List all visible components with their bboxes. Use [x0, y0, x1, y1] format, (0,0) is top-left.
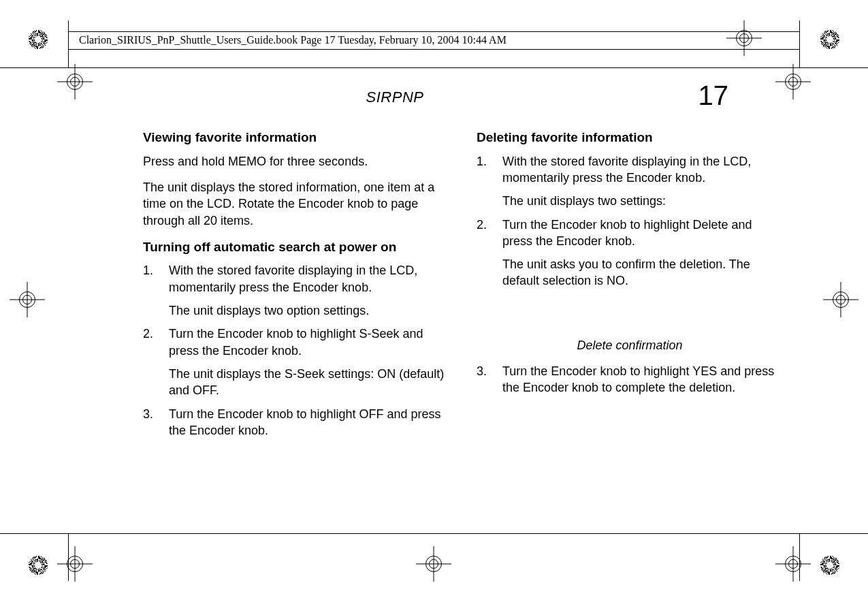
list-item: 2. Turn the Encoder knob to highlight De…: [477, 217, 783, 289]
list-item: 2. Turn the Encoder knob to highlight S-…: [143, 326, 449, 398]
registration-mark-icon: [67, 556, 83, 572]
list-number: 3.: [477, 363, 502, 396]
list-text: Turn the Encoder knob to highlight YES a…: [502, 363, 783, 396]
body-text: The unit displays the stored information…: [143, 179, 449, 229]
list-item: 3. Turn the Encoder knob to highlight OF…: [143, 406, 449, 439]
list-text: Turn the Encoder knob to highlight S-See…: [169, 327, 423, 357]
list-number: 1.: [477, 153, 502, 210]
crop-rule-top: [0, 67, 868, 68]
body-text: Press and hold MEMO for three seconds.: [143, 153, 449, 170]
header-rule-bottom: [68, 49, 800, 50]
list-subtext: The unit asks you to confirm the deletio…: [502, 256, 783, 289]
registration-mark-icon: [19, 291, 35, 308]
registration-mark-icon: [785, 74, 801, 90]
list-subtext: The unit displays two option settings.: [169, 302, 449, 319]
list-number: 2.: [477, 217, 502, 289]
right-column: Deleting favorite information 1. With th…: [477, 126, 783, 448]
figure-caption: Delete confirmation: [477, 337, 783, 353]
crop-tick: [799, 533, 800, 581]
printer-mark-icon: [820, 30, 839, 49]
crop-rule-bottom: [0, 533, 868, 534]
registration-mark-icon: [425, 556, 442, 572]
left-column: Viewing favorite information Press and h…: [143, 126, 449, 448]
registration-mark-icon: [736, 30, 752, 46]
crop-tick: [68, 20, 69, 68]
page-number: 17: [698, 80, 729, 111]
crop-tick: [799, 20, 800, 68]
list-number: 2.: [143, 326, 169, 398]
heading-deleting-favorite: Deleting favorite information: [477, 129, 783, 146]
list-item: 1. With the stored favorite displaying i…: [477, 153, 783, 210]
ordered-list: 1. With the stored favorite displaying i…: [143, 262, 449, 439]
list-text: With the stored favorite displaying in t…: [502, 155, 751, 185]
heading-viewing-favorite: Viewing favorite information: [143, 129, 449, 146]
list-text: With the stored favorite displaying in t…: [169, 264, 417, 294]
printer-mark-icon: [29, 30, 48, 49]
document-page: Clarion_SIRIUS_PnP_Shuttle_Users_Guide.b…: [0, 0, 868, 600]
printer-mark-icon: [29, 556, 48, 575]
ordered-list: 1. With the stored favorite displaying i…: [477, 153, 783, 289]
heading-turning-off-auto-search: Turning off automatic search at power on: [143, 238, 449, 256]
registration-mark-icon: [833, 291, 849, 308]
header-rule-top: [68, 31, 800, 32]
registration-mark-icon: [67, 74, 83, 90]
list-text: Turn the Encoder knob to highlight Delet…: [502, 218, 752, 248]
printer-mark-icon: [820, 556, 839, 575]
list-subtext: The unit displays the S-Seek settings: O…: [169, 366, 449, 399]
list-text: Turn the Encoder knob to highlight OFF a…: [169, 406, 449, 439]
list-subtext: The unit displays two settings:: [502, 193, 783, 209]
crop-tick: [68, 533, 69, 581]
list-item: 1. With the stored favorite displaying i…: [143, 262, 449, 319]
list-item: 3. Turn the Encoder knob to highlight YE…: [477, 363, 783, 396]
running-head: SIRPNP: [143, 89, 647, 106]
list-number: 3.: [143, 406, 169, 439]
list-number: 1.: [143, 262, 169, 319]
doc-header-text: Clarion_SIRIUS_PnP_Shuttle_Users_Guide.b…: [79, 34, 507, 46]
ordered-list: 3. Turn the Encoder knob to highlight YE…: [477, 363, 783, 396]
